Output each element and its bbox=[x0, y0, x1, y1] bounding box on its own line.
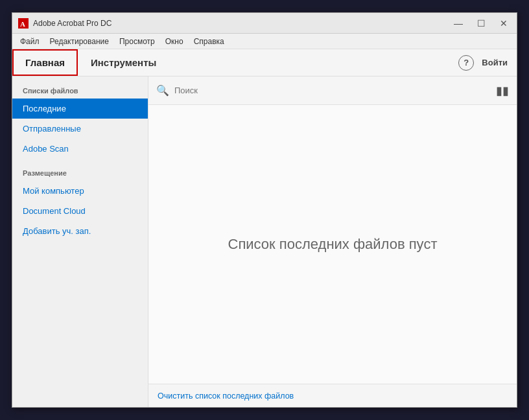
sidebar-item-recent[interactable]: Последние bbox=[12, 99, 148, 119]
sidebar-placement-section-label: Размещение bbox=[12, 159, 148, 181]
window-controls: — ☐ ✕ bbox=[450, 18, 511, 29]
main-content: Списки файлов Последние Отправленные Ado… bbox=[12, 76, 517, 407]
login-button[interactable]: Войти bbox=[482, 58, 508, 67]
menu-window[interactable]: Окно bbox=[160, 36, 189, 47]
menu-bar: Файл Редактирование Просмотр Окно Справк… bbox=[12, 34, 517, 49]
tab-bar: Главная Инструменты ? Войти bbox=[12, 49, 517, 76]
empty-message: Список последних файлов пуст bbox=[228, 236, 438, 253]
tab-right-controls: ? Войти bbox=[449, 49, 517, 76]
tab-home[interactable]: Главная bbox=[12, 49, 78, 76]
minimize-button[interactable]: — bbox=[450, 18, 467, 29]
right-panel: 🔍 ▮▮ Список последних файлов пуст Очисти… bbox=[148, 76, 517, 407]
sidebar-item-sent[interactable]: Отправленные bbox=[12, 119, 148, 139]
sidebar-item-document-cloud[interactable]: Document Cloud bbox=[12, 201, 148, 221]
search-bar: 🔍 ▮▮ bbox=[148, 76, 517, 105]
tab-tools[interactable]: Инструменты bbox=[78, 49, 169, 76]
app-window: A Adobe Acrobat Pro DC — ☐ ✕ Файл Редакт… bbox=[12, 12, 517, 408]
app-icon: A bbox=[18, 18, 29, 29]
help-button[interactable]: ? bbox=[458, 55, 474, 71]
content-area: Список последних файлов пуст bbox=[148, 105, 517, 384]
close-button[interactable]: ✕ bbox=[496, 18, 511, 29]
window-title: Adobe Acrobat Pro DC bbox=[33, 19, 450, 28]
clear-recent-link[interactable]: Очистить список последних файлов bbox=[158, 391, 294, 401]
menu-view[interactable]: Просмотр bbox=[114, 36, 160, 47]
svg-text:A: A bbox=[20, 20, 25, 28]
sidebar-item-add-account[interactable]: Добавить уч. зап. bbox=[12, 221, 148, 241]
search-input[interactable] bbox=[174, 86, 491, 95]
search-icon: 🔍 bbox=[156, 84, 169, 97]
menu-help[interactable]: Справка bbox=[189, 36, 229, 47]
title-bar: A Adobe Acrobat Pro DC — ☐ ✕ bbox=[12, 13, 517, 34]
sidebar-files-section-label: Списки файлов bbox=[12, 76, 148, 99]
grid-view-icon[interactable]: ▮▮ bbox=[496, 84, 509, 98]
sidebar: Списки файлов Последние Отправленные Ado… bbox=[12, 76, 148, 407]
bottom-bar: Очистить список последних файлов bbox=[148, 384, 517, 407]
menu-file[interactable]: Файл bbox=[15, 36, 45, 47]
sidebar-item-my-computer[interactable]: Мой компьютер bbox=[12, 181, 148, 201]
menu-edit[interactable]: Редактирование bbox=[45, 36, 114, 47]
maximize-button[interactable]: ☐ bbox=[473, 18, 489, 29]
sidebar-item-adobe-scan[interactable]: Adobe Scan bbox=[12, 139, 148, 159]
